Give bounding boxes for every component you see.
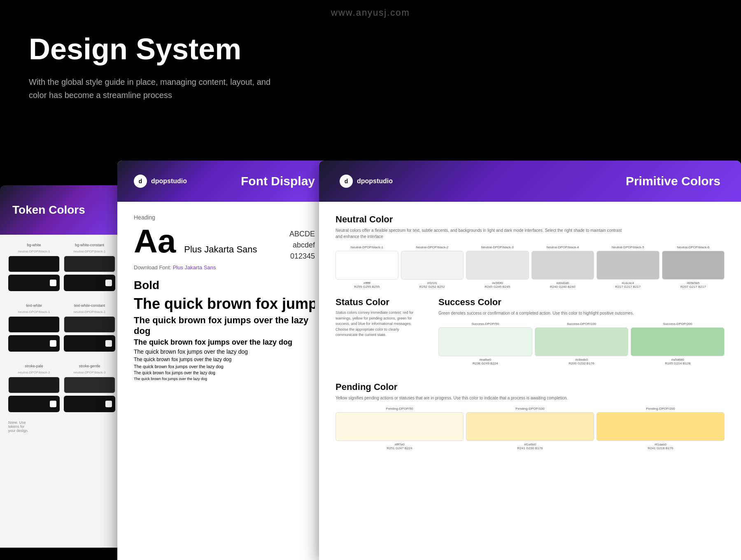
cards-area: Token Colors bg-white bg-white-constant … (0, 161, 741, 560)
token-swatch-stroke-2 (64, 377, 115, 393)
token-checkbox-inner-3 (50, 340, 56, 347)
token-swatch-dark-1 (8, 256, 60, 272)
font-sample-md: The quick brown fox jumps over the lazy … (134, 338, 315, 347)
token-checkbox-box-2 (64, 275, 115, 291)
pending-desc: Yellow signifies pending actions or stat… (336, 395, 624, 401)
font-heading-label: Heading (134, 214, 315, 221)
pending-swatch-hex-2: #f1e6b0R241 G230 B176 (517, 443, 543, 450)
status-color-section: Status Color Status colors convey immedi… (336, 297, 426, 373)
token-swatch-stroke-1 (8, 377, 60, 393)
neutral-swatch-hex-3: #e5f0f0R245 G245 B245 (485, 281, 510, 289)
neutral-swatch-3: Neutral-DPOP/black-3 #e5f0f0R245 G245 B2… (466, 245, 529, 289)
font-sample-xl: The quick brown fox jumps over the la (134, 295, 315, 313)
token-item-bg-white: bg-white bg-white-constant neutral-DPOP/… (8, 243, 115, 291)
font-display-card: d dpopstudio Font Display Heading Aa Plu… (117, 161, 331, 560)
neutral-swatch-box-2 (401, 251, 464, 280)
success-swatch-1: Success-DPOP/50 #eafbe0R238 G249 B224 (438, 322, 532, 365)
neutral-swatch-hex-1: #ffffffR255 G255 B255 (354, 281, 380, 289)
neutral-swatch-label-4: Neutral-DPOP/black-4 (546, 245, 579, 249)
neutral-swatch-label-1: Neutral-DPOP/black-1 (351, 245, 383, 249)
font-chars-upper: ABCDE (289, 229, 315, 240)
token-swatch-text-2 (64, 316, 115, 333)
font-sample-tiny: The quick brown fox jumps over the lazy … (134, 371, 315, 375)
neutral-swatch-box-4 (531, 251, 594, 280)
token-card-title: Token Colors (12, 203, 85, 217)
pending-swatch-label-3: Pending-DPOP/200 (646, 407, 675, 411)
font-sample-mini: The quick brown fox jumps over the lazy … (134, 377, 315, 381)
pending-title: Pending Color (336, 382, 725, 392)
page-title: Design System (29, 33, 712, 65)
font-chars-lower: abcdef (289, 240, 315, 251)
success-desc: Green denotes success or confirmation of… (438, 310, 725, 316)
pending-swatch-1: Pending-DPOP/50 #fff7e0R251 G247 B224 (336, 407, 464, 450)
pending-swatch-3: Pending-DPOP/200 #f1dab0R241 G218 B176 (597, 407, 725, 450)
token-label-1a: bg-white (8, 243, 60, 247)
status-desc: Status colors convey immediate context: … (336, 310, 418, 338)
success-swatch-label-1: Success-DPOP/50 (471, 322, 499, 326)
token-checkbox-inner-6 (105, 401, 112, 407)
token-swatch-dark-2 (64, 256, 115, 272)
font-card-header: d dpopstudio Font Display (117, 161, 331, 202)
token-card-header: Token Colors (0, 185, 124, 235)
token-sub-3a: neutral-DPOP/black-2 (8, 371, 60, 374)
success-swatches-row: Success-DPOP/50 #eafbe0R238 G249 B224 Su… (438, 322, 725, 365)
success-swatch-hex-1: #eafbe0R238 G249 B224 (473, 358, 498, 365)
font-logo-text: dpopstudio (151, 177, 187, 185)
neutral-desc: Neutral colors offer a flexible spectrum… (336, 227, 624, 240)
token-checkbox-inner-1 (50, 280, 56, 286)
neutral-swatch-hex-2: #f1f1f1R252 G252 B252 (419, 281, 445, 289)
token-card-body: bg-white bg-white-constant neutral-DPOP/… (0, 235, 124, 548)
success-swatch-label-2: Success-DPOP/100 (567, 322, 596, 326)
neutral-swatch-5: Neutral-DPOP/black-5 #c4c4c4R217 G217 B2… (597, 245, 659, 289)
neutral-swatch-box-3 (466, 251, 529, 280)
token-label-2b: text-white-constant (64, 303, 115, 308)
token-swatch-text-1 (8, 316, 60, 333)
pending-swatch-box-2 (466, 412, 594, 441)
token-label-1b: bg-white-constant (64, 243, 115, 247)
pending-swatch-label-1: Pending-DPOP/50 (386, 407, 413, 411)
font-bold-label: Bold (134, 279, 315, 292)
status-success-row: Status Color Status colors convey immedi… (336, 297, 725, 373)
token-label-2a: text-white (8, 303, 60, 308)
font-card-logo: d dpopstudio (134, 175, 187, 188)
font-download-link[interactable]: Plus Jakarta Sans (173, 264, 216, 271)
success-swatch-3: Success-DPOP/200 #a5d680R165 G214 B128 (631, 322, 725, 365)
token-label-3a: stroke-pale (8, 364, 60, 368)
pending-swatch-box-3 (597, 412, 725, 441)
font-chars: ABCDE abcdef 012345 (289, 229, 315, 262)
primitive-card-header: d dpopstudio Primitive Colors (319, 161, 741, 202)
font-aa-display: Aa (134, 225, 176, 258)
primitive-logo-icon: d (340, 175, 353, 188)
font-download: Download Font: Plus Jakarta Sans (134, 264, 315, 271)
success-swatch-box-1 (438, 327, 532, 356)
token-sub-1b: neutral-DPOP/black-1 (64, 250, 115, 253)
neutral-swatch-box-5 (597, 251, 659, 280)
success-swatch-box-3 (631, 327, 725, 356)
token-checkbox-box-4 (64, 335, 115, 352)
token-item-stroke: stroke-pale stroke-gentle neutral-DPOP/b… (8, 364, 115, 412)
neutral-swatch-label-6: Neutral-DPOP/black-6 (677, 245, 709, 249)
neutral-color-section: Neutral Color Neutral colors offer a fle… (336, 214, 725, 289)
neutral-swatches-row: Neutral-DPOP/black-1 #ffffffR255 G255 B2… (336, 245, 725, 289)
font-sample-sm: The quick brown fox jumps over the lazy … (134, 348, 315, 355)
pending-swatch-hex-3: #f1dab0R241 G218 B176 (648, 443, 673, 450)
success-swatch-box-2 (535, 327, 629, 356)
pending-swatch-box-1 (336, 412, 464, 441)
hero-subtitle: With the global style guide in place, ma… (29, 75, 284, 102)
neutral-swatch-label-5: Neutral-DPOP/black-5 (612, 245, 644, 249)
token-checkbox-inner-2 (105, 280, 112, 286)
token-checkbox-box-5 (8, 396, 60, 412)
neutral-swatch-label-3: Neutral-DPOP/black-3 (481, 245, 514, 249)
success-swatch-label-3: Success-DPOP/200 (663, 322, 692, 326)
token-checkbox-inner-4 (105, 340, 112, 347)
success-swatch-hex-3: #a5d680R165 G214 B128 (665, 358, 690, 365)
font-chars-num: 012345 (289, 251, 315, 262)
neutral-swatch-2: Neutral-DPOP/black-2 #f1f1f1R252 G252 B2… (401, 245, 464, 289)
pending-swatch-2: Pending-DPOP/100 #f1e6b0R241 G230 B176 (466, 407, 594, 450)
font-sample-lg: The quick brown fox jumps over the lazy … (134, 315, 315, 336)
neutral-swatch-hex-5: #c4c4c4R217 G217 B217 (615, 281, 641, 289)
neutral-swatch-1: Neutral-DPOP/black-1 #ffffffR255 G255 B2… (336, 245, 398, 289)
font-aa-row: Aa Plus Jakarta Sans (134, 225, 257, 258)
token-colors-card: Token Colors bg-white bg-white-constant … (0, 185, 124, 548)
token-sub-3b: neutral-DPOP/black-3 (64, 371, 115, 374)
